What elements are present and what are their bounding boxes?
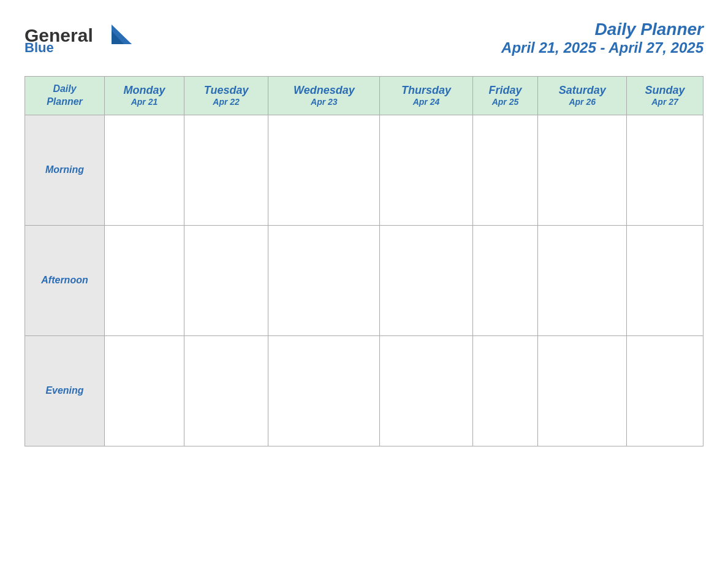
logo: General Blue [25,18,135,58]
header-friday: Friday Apr 25 [472,77,538,115]
planner-table: Daily Planner Monday Apr 21 Tuesday Apr … [25,76,703,446]
afternoon-label: Afternoon [25,225,105,335]
evening-label: Evening [25,335,105,446]
morning-label: Morning [25,115,105,225]
evening-friday[interactable] [472,335,538,446]
afternoon-monday[interactable] [105,225,184,335]
morning-sunday[interactable] [627,115,703,225]
afternoon-saturday[interactable] [538,225,627,335]
afternoon-sunday[interactable] [627,225,703,335]
planner-date: April 21, 2025 - April 27, 2025 [501,39,703,56]
svg-text:Blue: Blue [25,40,54,55]
header-monday: Monday Apr 21 [105,77,184,115]
morning-thursday[interactable] [380,115,472,225]
page-header: General Blue Daily Planner April 21, 202… [25,12,703,64]
evening-monday[interactable] [105,335,184,446]
evening-wednesday[interactable] [268,335,380,446]
corner-cell: Daily Planner [25,77,105,115]
header-wednesday: Wednesday Apr 23 [268,77,380,115]
afternoon-row: Afternoon [25,225,703,335]
planner-title: Daily Planner [501,20,703,39]
header-thursday: Thursday Apr 24 [380,77,472,115]
morning-monday[interactable] [105,115,184,225]
header-sunday: Sunday Apr 27 [627,77,703,115]
morning-wednesday[interactable] [268,115,380,225]
evening-saturday[interactable] [538,335,627,446]
afternoon-tuesday[interactable] [184,225,268,335]
evening-thursday[interactable] [380,335,472,446]
morning-friday[interactable] [472,115,538,225]
evening-sunday[interactable] [627,335,703,446]
morning-tuesday[interactable] [184,115,268,225]
logo-text: General Blue [25,18,135,58]
evening-row: Evening [25,335,703,446]
title-section: Daily Planner April 21, 2025 - April 27,… [501,20,703,56]
header-row: Daily Planner Monday Apr 21 Tuesday Apr … [25,77,703,115]
afternoon-friday[interactable] [472,225,538,335]
morning-saturday[interactable] [538,115,627,225]
header-saturday: Saturday Apr 26 [538,77,627,115]
header-tuesday: Tuesday Apr 22 [184,77,268,115]
afternoon-thursday[interactable] [380,225,472,335]
morning-row: Morning [25,115,703,225]
evening-tuesday[interactable] [184,335,268,446]
afternoon-wednesday[interactable] [268,225,380,335]
